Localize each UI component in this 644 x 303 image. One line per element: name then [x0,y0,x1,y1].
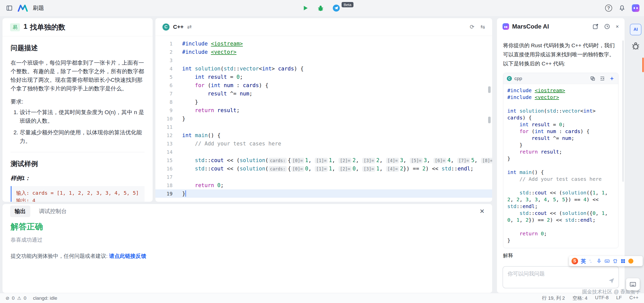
language-mode[interactable]: C++ [629,295,638,301]
ime-language-label[interactable]: 英 [581,258,586,265]
divider [11,152,145,152]
warnings-count: 0 [24,295,27,301]
reset-code-icon[interactable]: ⟳ [470,24,474,30]
switch-language-icon[interactable]: ⇄ [187,24,192,30]
topbar: 刷题 Beta ? [0,0,644,16]
apply-sparkle-icon[interactable] [609,76,615,81]
problem-description: 在一个班级中，每位同学都拿到了一张卡片，上面有一个整数。有趣的是，除了一个数字之… [11,59,145,93]
ime-keyboard-button[interactable] [626,278,640,290]
errors-icon[interactable]: ⊘ [6,295,9,301]
share-telegram-button[interactable] [332,4,340,12]
copy-code-icon[interactable] [590,76,595,81]
sample-output: 输出: 4 [16,197,140,202]
code-language-label: cpp [514,76,522,81]
sidebar-toggle-icon[interactable] [6,5,13,11]
panel-scrollbar[interactable] [622,40,624,182]
svg-text:’,: ’, [589,259,591,263]
sample-block: 输入: cards = [1, 1, 2, 2, 3, 3, 4, 5, 5] … [11,186,145,202]
insert-code-icon[interactable] [600,76,605,81]
result-subtitle: 恭喜成功通过 [11,236,484,243]
editor-panel: C C++ ⇄ ⟳ ⇆ 1#include <iostream>2#includ… [155,18,492,202]
cpp-language-icon: C [507,76,512,81]
debug-run-button[interactable] [317,5,324,11]
marscode-logo[interactable] [18,5,28,12]
sample-label: 样例1： [11,174,145,182]
help-icon[interactable]: ? [605,5,612,12]
feedback-link[interactable]: 请点此链接反馈 [109,253,146,259]
restore-history-icon[interactable]: ⇆ [481,24,485,30]
scrollbar-mark [488,86,491,93]
activity-bar: AI [627,16,644,293]
keyboard-icon[interactable] [604,259,610,264]
marscode-ai-logo [503,23,509,30]
skin-icon[interactable] [613,259,618,264]
cpp-language-icon: C [162,23,170,31]
ai-panel-header: MarsCode AI ✕ [497,18,625,35]
code-card-header: C cpp [503,73,618,84]
history-icon[interactable] [604,23,610,30]
edge-indicator [642,58,644,72]
console-tabbar: 输出 调试控制台 ✕ [3,204,492,219]
result-status: 解答正确 [11,221,484,232]
problem-number: 1 [23,22,28,32]
language-tab[interactable]: C++ [173,24,184,30]
problem-name: 找单独的数 [30,22,65,32]
app-root: 刷题 Beta ? 易 1 找单独的数 [0,0,644,303]
warnings-icon[interactable]: ⚠ [17,295,21,301]
tab-output[interactable]: 输出 [10,206,30,217]
cursor-position[interactable]: 行 19, 列 2 [542,295,565,301]
requirement-item: 设计一个算法，使其时间复杂度为 O(n)，其中 n 是班级的人数。 [20,108,145,125]
beta-badge: Beta [342,2,353,7]
feedback-text: 提交功能内测体验中，任何问题或者建议: [11,253,109,259]
sogou-smiley-icon[interactable] [628,259,633,264]
debug-tool-icon[interactable] [631,40,641,52]
toolbox-icon[interactable] [621,259,626,264]
console-close-icon[interactable]: ✕ [480,208,485,215]
ime-punctuation-icon[interactable]: ’, [589,259,594,264]
description-heading: 问题描述 [11,43,145,53]
ai-code: #include <iostream>#include <vector> int… [503,84,618,248]
requirements-label: 要求: [11,98,145,106]
language-server-status[interactable]: clangd: idle [33,295,57,301]
status-bar: ⊘ 0 ⚠ 0 clangd: idle 行 19, 列 2 空格: 4 UTF… [0,293,644,303]
chat-input[interactable]: 你可以问我问题 [503,266,619,288]
problem-panel: 易 1 找单独的数 问题描述 在一个班级中，每位同学都拿到了一张卡片，上面有一个… [3,18,153,202]
samples-heading: 测试样例 [11,159,145,168]
requirements-list: 设计一个算法，使其时间复杂度为 O(n)，其中 n 是班级的人数。 尽量减少额外… [11,108,145,145]
indentation[interactable]: 空格: 4 [573,295,587,301]
sogou-logo-icon[interactable]: S [571,258,578,264]
scrollbar-mark [488,117,491,123]
tab-debug-console[interactable]: 调试控制台 [39,208,67,215]
notifications-bell-icon[interactable] [619,5,625,11]
editor-code[interactable]: 1#include <iostream>2#include <vector>3 … [155,36,492,198]
ime-toolbar[interactable]: S 英 ’, [569,256,643,266]
app-title: 刷题 [33,4,44,12]
eol-type[interactable]: LF [616,295,622,301]
problem-header: 易 1 找单独的数 [3,18,153,36]
close-panel-icon[interactable]: ✕ [616,23,619,30]
difficulty-badge: 易 [10,23,20,31]
errors-count: 0 [12,295,15,301]
new-chat-icon[interactable] [592,23,599,30]
run-button[interactable] [302,5,309,11]
marscode-ai-avatar-icon[interactable] [632,4,639,12]
ai-code-card: C cpp #include <iostream>#include <vecto… [503,73,618,248]
ai-assistant-tab-icon[interactable]: AI [630,24,641,35]
feedback-line: 提交功能内测体验中，任何问题或者建议: 请点此链接反馈 [11,252,484,260]
send-icon[interactable] [608,277,615,285]
chat-input-placeholder: 你可以问我问题 [508,270,545,277]
editor-header: C C++ ⇄ ⟳ ⇆ [155,18,492,36]
ai-panel-title: MarsCode AI [512,23,549,30]
ai-assistant-panel: MarsCode AI ✕ 将你提供的 Rust 代码转换为 C++ 代码时，我… [497,18,625,293]
encoding[interactable]: UTF-8 [595,295,609,301]
console-panel: 输出 调试控制台 ✕ 解答正确 恭喜成功通过 提交功能内测体验中，任何问题或者建… [3,204,492,293]
requirement-item: 尽量减少额外空间的使用，以体现你的算法优化能力。 [20,128,145,145]
ai-message: 将你提供的 Rust 代码转换为 C++ 代码时，我们可以直接使用异或运算来找到… [503,41,618,68]
microphone-icon[interactable] [597,259,602,264]
problem-title: 1 找单独的数 [23,22,65,32]
sample-input: 输入: cards = [1, 1, 2, 2, 3, 3, 4, 5, 5] [16,189,140,197]
explain-action[interactable]: 解释 [503,252,513,259]
